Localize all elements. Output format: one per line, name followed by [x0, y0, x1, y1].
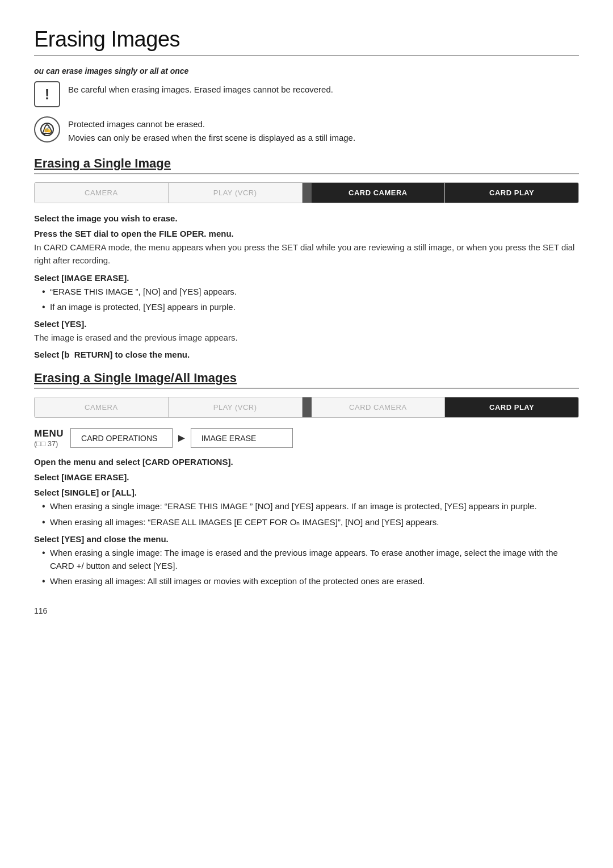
step1-2: Press the SET dial to open the FILE OPER…: [34, 229, 579, 267]
step2-1: Open the menu and select [CARD OPERATION…: [34, 457, 579, 467]
step1-3-heading: Select [IMAGE ERASE].: [34, 273, 579, 283]
tab-separator-2: [303, 397, 312, 417]
section1-mode-tabs: CAMERA PLAY (VCR) CARD CAMERA CARD PLAY: [34, 182, 579, 203]
step2-4-heading: Select [YES] and close the menu.: [34, 534, 579, 544]
bullet-2-4-1: When erasing a single image: The image i…: [40, 546, 579, 573]
tab-card-play-1[interactable]: CARD PLAY: [445, 183, 578, 203]
step1-3-bullets: “ERASE THIS IMAGE ”, [NO] and [YES] appe…: [40, 285, 579, 314]
step2-2: Select [IMAGE ERASE].: [34, 472, 579, 482]
note-text: Protected images cannot be erased. Movie…: [68, 115, 355, 145]
step1-1: Select the image you wish to erase.: [34, 213, 579, 223]
step2-3: Select [SINGLE] or [ALL]. When erasing a…: [34, 488, 579, 529]
warning-box: ! Be careful when erasing images. Erased…: [34, 80, 579, 107]
warning-icon: !: [34, 81, 60, 107]
note-box: ✍ Protected images cannot be erased. Mov…: [34, 115, 579, 145]
step2-3-heading: Select [SINGLE] or [ALL].: [34, 488, 579, 497]
menu-ref: (□□ 37): [34, 439, 58, 448]
section2-mode-tabs: CAMERA PLAY (VCR) CARD CAMERA CARD PLAY: [34, 397, 579, 418]
section1-title: Erasing a Single Image: [34, 156, 579, 171]
note-icon: ✍: [34, 116, 60, 142]
menu-label-block: MENU (□□ 37): [34, 428, 64, 448]
tab-card-play-2[interactable]: CARD PLAY: [445, 397, 578, 417]
step2-4: Select [YES] and close the menu. When er…: [34, 534, 579, 588]
page-title: Erasing Images: [34, 27, 579, 52]
step1-4-body: The image is erased and the previous ima…: [34, 331, 579, 344]
section2-title: Erasing a Single Image/All Images: [34, 371, 579, 385]
step1-5-heading: Select [b RETURN] to close the menu.: [34, 350, 579, 359]
step1-1-heading: Select the image you wish to erase.: [34, 213, 579, 223]
section1-rule: [34, 173, 579, 174]
bullet-1-3-2: If an image is protected, [YES] appears …: [40, 300, 579, 313]
menu-box-2: IMAGE ERASE: [191, 428, 293, 448]
step2-3-bullets: When erasing a single image: “ERASE THIS…: [40, 500, 579, 529]
section2-rule: [34, 388, 579, 389]
title-rule: [34, 55, 579, 56]
step2-4-bullets: When erasing a single image: The image i…: [40, 546, 579, 588]
menu-label: MENU: [34, 428, 64, 439]
tab-play-vcr-2[interactable]: PLAY (VCR): [169, 397, 303, 417]
menu-arrow: ►: [173, 428, 191, 448]
section2-steps: Open the menu and select [CARD OPERATION…: [34, 457, 579, 588]
tab-card-camera-1[interactable]: CARD CAMERA: [312, 183, 446, 203]
page-number: 116: [34, 606, 579, 615]
bullet-2-3-2: When erasing all images: “ERASE ALL IMAG…: [40, 515, 579, 529]
step2-1-heading: Open the menu and select [CARD OPERATION…: [34, 457, 579, 467]
tip-label: ou can erase images singly or all at onc…: [34, 66, 579, 76]
tab-card-camera-2[interactable]: CARD CAMERA: [312, 397, 446, 417]
tab-camera-2[interactable]: CAMERA: [35, 397, 169, 417]
step1-2-heading: Press the SET dial to open the FILE OPER…: [34, 229, 579, 238]
tab-play-vcr-1[interactable]: PLAY (VCR): [169, 183, 303, 203]
bullet-2-4-2: When erasing all images: All still image…: [40, 575, 579, 588]
step2-2-heading: Select [IMAGE ERASE].: [34, 472, 579, 482]
tab-separator-1: [303, 183, 312, 203]
svg-text:✍: ✍: [44, 125, 52, 133]
bullet-1-3-1: “ERASE THIS IMAGE ”, [NO] and [YES] appe…: [40, 285, 579, 298]
section1-steps: Select the image you wish to erase. Pres…: [34, 213, 579, 359]
step1-4: Select [YES]. The image is erased and th…: [34, 319, 579, 344]
step1-5: Select [b RETURN] to close the menu.: [34, 350, 579, 359]
bullet-2-3-1: When erasing a single image: “ERASE THIS…: [40, 500, 579, 513]
step1-2-body: In CARD CAMERA mode, the menu appears wh…: [34, 241, 579, 267]
step1-4-heading: Select [YES].: [34, 319, 579, 329]
menu-box-1: CARD OPERATIONS: [70, 428, 173, 448]
warning-text: Be careful when erasing images. Erased i…: [68, 80, 333, 97]
tab-camera-1[interactable]: CAMERA: [35, 183, 169, 203]
menu-diagram: MENU (□□ 37) CARD OPERATIONS ► IMAGE ERA…: [34, 428, 579, 448]
step1-3: Select [IMAGE ERASE]. “ERASE THIS IMAGE …: [34, 273, 579, 314]
